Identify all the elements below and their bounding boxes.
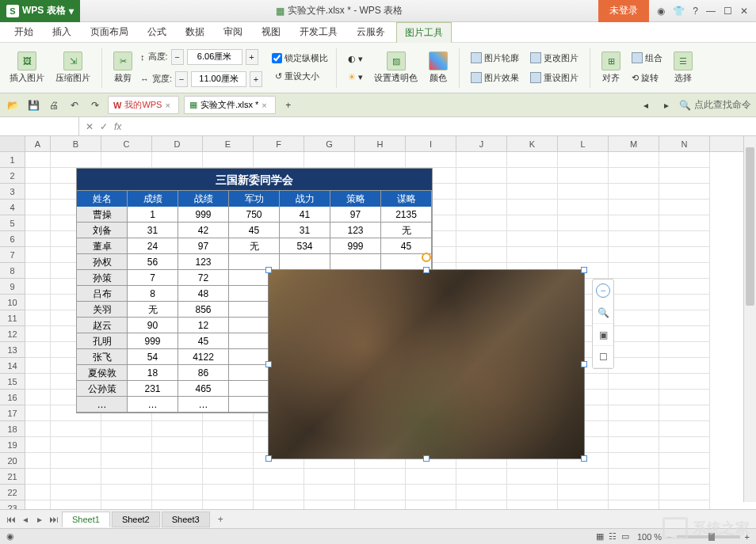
- sync-icon[interactable]: ◉: [657, 6, 665, 17]
- row-header[interactable]: 12: [0, 326, 25, 342]
- column-header[interactable]: L: [558, 136, 609, 151]
- row-header[interactable]: 22: [0, 485, 25, 500]
- table-cell[interactable]: 534: [280, 238, 330, 254]
- row-header[interactable]: 13: [0, 342, 25, 358]
- table-cell[interactable]: …: [178, 397, 229, 413]
- resize-handle-e[interactable]: [581, 361, 587, 367]
- resize-handle-nw[interactable]: [265, 267, 272, 273]
- name-box[interactable]: [0, 117, 79, 135]
- column-header[interactable]: B: [51, 136, 101, 151]
- maximize-icon[interactable]: ☐: [724, 6, 732, 17]
- height-decrease[interactable]: −: [171, 49, 184, 65]
- column-header[interactable]: E: [203, 136, 254, 151]
- table-cell[interactable]: 夏侯敦: [77, 365, 128, 381]
- row-header[interactable]: 19: [0, 437, 25, 453]
- sheet-next-icon[interactable]: ▸: [33, 514, 46, 525]
- group-button[interactable]: 组合: [628, 51, 666, 66]
- table-cell[interactable]: 123: [178, 254, 229, 270]
- open-icon[interactable]: 📂: [5, 97, 21, 113]
- color-button[interactable]: 颜色: [426, 51, 451, 84]
- reset-picture-button[interactable]: 重设图片: [527, 70, 582, 86]
- row-header[interactable]: 15: [0, 374, 25, 390]
- accept-formula-icon[interactable]: ✓: [100, 121, 108, 132]
- sheet-tab-2[interactable]: Sheet2: [112, 512, 160, 527]
- row-header[interactable]: 10: [0, 295, 25, 310]
- rotation-handle[interactable]: [422, 253, 431, 262]
- table-cell[interactable]: 90: [128, 318, 178, 333]
- table-cell[interactable]: …: [77, 397, 128, 413]
- vertical-scrollbar[interactable]: [743, 136, 756, 502]
- close-doc-icon[interactable]: ×: [262, 101, 266, 110]
- column-header[interactable]: K: [507, 136, 558, 151]
- row-header[interactable]: 11: [0, 310, 25, 326]
- sheet-first-icon[interactable]: ⏮: [5, 514, 17, 525]
- table-cell[interactable]: 1: [128, 207, 178, 223]
- menu-formula[interactable]: 公式: [139, 22, 174, 42]
- table-cell[interactable]: 12: [178, 318, 229, 333]
- table-cell[interactable]: 97: [178, 238, 229, 254]
- table-cell[interactable]: 24: [128, 238, 178, 254]
- back-icon[interactable]: ◂: [638, 97, 654, 113]
- table-cell[interactable]: 97: [330, 207, 381, 223]
- undo-icon[interactable]: ↶: [67, 97, 82, 113]
- app-dropdown-icon[interactable]: ▾: [69, 6, 74, 17]
- zoom-value[interactable]: 100 %: [637, 532, 662, 542]
- menu-review[interactable]: 审阅: [216, 22, 250, 42]
- column-header[interactable]: G: [304, 136, 355, 151]
- table-cell[interactable]: 孙策: [77, 270, 128, 286]
- reset-size-button[interactable]: ↺ 重设大小: [272, 69, 328, 84]
- resize-handle-ne[interactable]: [581, 267, 587, 273]
- table-cell[interactable]: 4122: [178, 349, 229, 365]
- row-header[interactable]: 1: [0, 152, 25, 168]
- table-cell[interactable]: 董卓: [77, 238, 128, 254]
- picture-layout-icon[interactable]: ☐: [593, 346, 613, 368]
- select-pane-button[interactable]: ☰ 选择: [670, 51, 696, 84]
- table-cell[interactable]: 关羽: [77, 302, 128, 318]
- table-cell[interactable]: 无: [381, 223, 432, 238]
- compress-picture-button[interactable]: ⇲ 压缩图片: [52, 51, 94, 84]
- column-header[interactable]: A: [25, 136, 51, 151]
- table-cell[interactable]: 张飞: [77, 349, 128, 365]
- help-icon[interactable]: ?: [693, 6, 698, 17]
- table-cell[interactable]: 无: [128, 302, 178, 318]
- table-cell[interactable]: 公孙策: [77, 381, 128, 397]
- sheet-last-icon[interactable]: ⏭: [48, 514, 60, 525]
- brightness-button[interactable]: ☀▾: [345, 70, 366, 84]
- table-cell[interactable]: …: [128, 397, 178, 413]
- column-header[interactable]: C: [101, 136, 152, 151]
- my-wps-tab[interactable]: W 我的WPS ×: [108, 96, 179, 114]
- height-input[interactable]: [187, 49, 242, 65]
- zoom-thumb[interactable]: [708, 533, 715, 541]
- row-header[interactable]: 16: [0, 390, 25, 405]
- row-header[interactable]: 3: [0, 184, 25, 200]
- fx-icon[interactable]: fx: [114, 121, 121, 132]
- table-cell[interactable]: 31: [128, 223, 178, 238]
- height-increase[interactable]: +: [246, 49, 258, 65]
- width-input[interactable]: [191, 71, 246, 87]
- table-cell[interactable]: [229, 254, 280, 270]
- effect-button[interactable]: 图片效果: [468, 70, 522, 86]
- sheet-tab-3[interactable]: Sheet3: [162, 512, 210, 527]
- table-cell[interactable]: 8: [128, 286, 178, 302]
- column-header[interactable]: H: [355, 136, 406, 151]
- row-header[interactable]: 17: [0, 405, 25, 421]
- redo-icon[interactable]: ↷: [87, 97, 103, 113]
- table-cell[interactable]: 赵云: [77, 318, 128, 333]
- lock-ratio-checkbox[interactable]: 锁定纵横比: [272, 52, 328, 64]
- table-cell[interactable]: 曹操: [77, 207, 128, 223]
- row-header[interactable]: 20: [0, 453, 25, 469]
- outline-button[interactable]: 图片轮廓: [468, 51, 522, 66]
- cancel-formula-icon[interactable]: ✕: [86, 121, 94, 132]
- table-cell[interactable]: 42: [178, 223, 229, 238]
- insert-picture-button[interactable]: 🖼 插入图片: [6, 51, 48, 84]
- login-button[interactable]: 未登录: [598, 0, 649, 22]
- table-cell[interactable]: 2135: [381, 207, 432, 223]
- resize-handle-sw[interactable]: [265, 455, 272, 462]
- table-cell[interactable]: 孔明: [77, 333, 128, 349]
- menu-start[interactable]: 开始: [6, 22, 41, 42]
- table-cell[interactable]: 856: [178, 302, 229, 318]
- table-cell[interactable]: 31: [280, 223, 330, 238]
- table-cell[interactable]: 7: [128, 270, 178, 286]
- resize-handle-se[interactable]: [581, 455, 587, 462]
- menu-insert[interactable]: 插入: [44, 22, 79, 42]
